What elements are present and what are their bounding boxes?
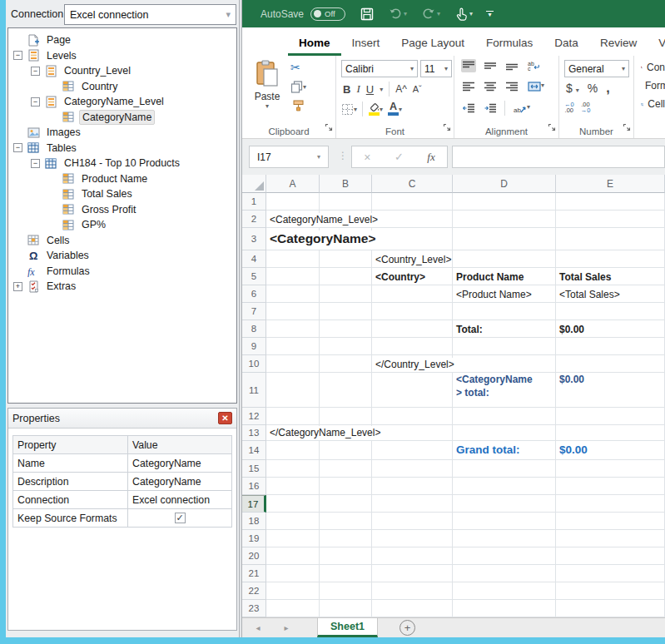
cell-A21[interactable] [266,565,320,582]
cell-A7[interactable] [266,303,320,320]
tree-item-product-name[interactable]: Product Name [8,171,236,187]
middle-align-button[interactable] [483,59,498,72]
cell-B10[interactable] [320,355,372,373]
cell-A13[interactable]: </CategoryName_Level> [266,425,320,441]
tree-item-levels[interactable]: −Levels [8,48,236,64]
tree-item-page[interactable]: Page [8,32,236,48]
cell-D19[interactable] [453,530,556,547]
cell-D3[interactable] [453,228,556,250]
cell-B12[interactable] [320,408,372,425]
row-header-17[interactable]: 17 [242,495,266,513]
cell-B20[interactable] [320,547,372,565]
cell-B7[interactable] [320,303,372,320]
tree-item-ch184-top-10-products[interactable]: −CH184 - Top 10 Products [8,156,236,171]
insert-function-icon[interactable]: fx [427,151,434,164]
property-value[interactable]: CategoryName [128,473,232,491]
font-name-combo[interactable]: Calibri ▾ [341,60,418,77]
sheet-nav-next-icon[interactable]: ▸ [274,618,299,637]
row-header-6[interactable]: 6 [242,285,266,303]
accounting-format-button[interactable]: $ ▾ [566,82,579,95]
cell-styles-button[interactable]: Cell [641,98,665,110]
decrease-decimal-button[interactable]: .00→0 [581,102,591,113]
tree-item-categoryname[interactable]: CategoryName [8,110,236,126]
cell-E19[interactable] [556,530,665,547]
cell-C11[interactable] [372,373,453,408]
cell-E3[interactable] [556,228,665,250]
cell-E7[interactable] [556,303,665,320]
cell-A15[interactable] [266,460,320,478]
new-sheet-button[interactable]: + [399,620,415,636]
copy-button[interactable]: ▾ [290,81,306,93]
expand-icon[interactable]: + [13,282,22,291]
cell-D15[interactable] [453,460,556,478]
column-header-B[interactable]: B [320,175,372,193]
row-header-13[interactable]: 13 [242,425,266,441]
collapse-icon[interactable]: − [31,97,40,107]
cell-E10[interactable] [556,355,665,373]
tree-item-extras[interactable]: +Extras [8,279,236,295]
borders-button[interactable]: ▾ [341,103,357,116]
cell-D7[interactable] [453,303,556,320]
underline-menu-chevron[interactable]: ▾ [380,86,383,93]
cell-C13[interactable] [372,425,453,441]
cell-A14[interactable] [266,441,320,460]
cell-B23[interactable] [320,600,372,617]
cell-E20[interactable] [556,547,665,565]
column-header-C[interactable]: C [372,175,453,193]
checkbox-checked-icon[interactable]: ✓ [175,513,186,523]
cell-D12[interactable] [453,408,556,425]
cut-button[interactable]: ✂ [290,61,306,74]
cell-B21[interactable] [320,565,372,582]
cell-A1[interactable] [266,193,320,211]
row-header-1[interactable]: 1 [242,193,266,211]
alignment-dialog-launcher[interactable] [548,120,556,135]
property-value[interactable]: Excel connection [128,491,232,509]
enter-icon[interactable]: ✓ [395,151,404,163]
row-header-7[interactable]: 7 [242,303,266,320]
cell-B16[interactable] [320,478,372,495]
decrease-font-size-button[interactable]: Aˇ [413,84,422,94]
cell-C23[interactable] [372,600,453,617]
cell-D22[interactable] [453,582,556,600]
cell-D4[interactable] [453,250,556,268]
cell-E4[interactable] [556,250,665,268]
cell-A19[interactable] [266,530,320,547]
cell-B1[interactable] [320,193,372,211]
autosave-toggle[interactable]: Off [310,7,345,21]
row-header-2[interactable]: 2 [242,211,266,228]
cell-D16[interactable] [453,478,556,495]
cell-A18[interactable] [266,513,320,530]
cell-C16[interactable] [372,478,453,495]
cell-C12[interactable] [372,408,453,425]
cell-E21[interactable] [556,565,665,582]
row-header-10[interactable]: 10 [242,355,266,373]
cell-A4[interactable] [266,250,320,268]
format-painter-button[interactable] [290,100,306,112]
sheet-nav-prev-icon[interactable]: ◂ [242,618,274,637]
row-header-20[interactable]: 20 [242,547,266,565]
cell-D17[interactable] [453,495,556,513]
cell-A11[interactable] [266,373,320,408]
tree-item-gross-profit[interactable]: Gross Profit [8,202,236,218]
cell-E8[interactable]: $0.00 [556,320,665,338]
cell-D23[interactable] [453,600,556,617]
tab-home[interactable]: Home [288,37,341,56]
cell-C6[interactable] [372,285,453,303]
cell-A12[interactable] [266,408,320,425]
cell-E15[interactable] [556,460,665,478]
center-button[interactable] [483,80,498,93]
redo-button[interactable]: ▾ [422,7,440,20]
italic-button[interactable]: I [356,82,360,96]
cell-A6[interactable] [266,285,320,303]
row-header-14[interactable]: 14 [242,441,266,460]
increase-indent-button[interactable] [483,102,498,115]
cell-A23[interactable] [266,600,320,617]
cell-E13[interactable] [556,425,665,441]
property-value[interactable]: ✓ [128,509,232,528]
row-header-23[interactable]: 23 [242,600,266,617]
decrease-indent-button[interactable] [461,102,476,115]
cell-C20[interactable] [372,547,453,565]
cell-E14[interactable]: $0.00 [556,441,665,460]
cell-C4[interactable]: <Country_Level> [372,250,453,268]
cell-E18[interactable] [556,513,665,530]
